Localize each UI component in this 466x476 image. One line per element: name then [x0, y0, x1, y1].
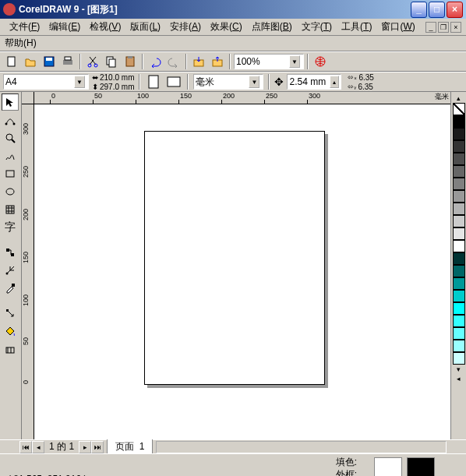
- color-swatch[interactable]: [453, 153, 465, 165]
- copy-button[interactable]: [103, 53, 120, 70]
- minimize-button[interactable]: _: [411, 2, 427, 18]
- canvas-area[interactable]: 毫米 050100150200250300 050100150200250300: [22, 92, 450, 439]
- eyedropper-tool[interactable]: [2, 280, 19, 297]
- nudge-spinner-icon[interactable]: ▴: [330, 76, 339, 88]
- color-swatch[interactable]: [453, 227, 465, 240]
- page-tab[interactable]: 页面 1: [107, 439, 153, 455]
- cut-button[interactable]: [84, 53, 101, 70]
- zoom-input[interactable]: [236, 55, 289, 68]
- menu-edit[interactable]: 编辑(E): [44, 19, 85, 35]
- svg-rect-8: [109, 59, 115, 67]
- portrait-button[interactable]: [145, 73, 162, 90]
- color-swatch[interactable]: [453, 240, 465, 252]
- color-swatch[interactable]: [453, 165, 465, 178]
- new-button[interactable]: [3, 53, 20, 70]
- landscape-button[interactable]: [165, 73, 182, 90]
- paste-button[interactable]: [122, 53, 139, 70]
- menu-arrange[interactable]: 安排(A): [165, 19, 206, 35]
- fill-tool[interactable]: [2, 323, 19, 340]
- import-button[interactable]: [190, 53, 207, 70]
- svg-point-17: [13, 123, 16, 125]
- zoom-combo[interactable]: ▼: [234, 54, 304, 69]
- open-button[interactable]: [22, 53, 39, 70]
- height-icon: ⬍: [92, 83, 98, 91]
- paper-input[interactable]: [5, 76, 74, 88]
- ellipse-tool[interactable]: [2, 183, 19, 200]
- paper-combo[interactable]: ▼: [3, 74, 89, 90]
- menu-help[interactable]: 帮助(H): [5, 37, 37, 50]
- paper-dropdown-icon[interactable]: ▼: [74, 76, 85, 88]
- internet-button[interactable]: [312, 53, 329, 70]
- shape-tool[interactable]: [2, 111, 19, 129]
- last-page-button[interactable]: ⏭: [91, 441, 104, 453]
- color-swatch[interactable]: [453, 315, 465, 327]
- interactive-fill-tool[interactable]: [2, 244, 19, 261]
- units-combo[interactable]: ▼: [193, 74, 263, 90]
- palette-up[interactable]: ▴: [451, 93, 466, 103]
- menu-view[interactable]: 检视(V): [85, 19, 125, 35]
- color-swatch[interactable]: [453, 140, 465, 153]
- svg-point-24: [6, 273, 9, 275]
- prev-page-button[interactable]: ◂: [32, 441, 44, 453]
- color-swatch[interactable]: [453, 178, 465, 190]
- color-swatch[interactable]: [453, 190, 465, 203]
- mdi-close[interactable]: ×: [450, 22, 461, 33]
- page[interactable]: [144, 131, 325, 385]
- pick-tool[interactable]: [2, 93, 19, 111]
- menu-bitmap[interactable]: 点阵图(B): [247, 19, 297, 35]
- save-button[interactable]: [41, 53, 58, 70]
- color-swatch[interactable]: [453, 252, 465, 265]
- print-button[interactable]: [59, 53, 76, 70]
- redo-button[interactable]: [165, 53, 182, 70]
- ruler-unit-label: 毫米: [435, 92, 449, 102]
- menu-tools[interactable]: 工具(T): [337, 19, 376, 35]
- hscrollbar[interactable]: [156, 441, 447, 453]
- ruler-origin[interactable]: [22, 92, 34, 104]
- color-swatch[interactable]: [453, 340, 465, 352]
- outline-tool[interactable]: [2, 305, 19, 322]
- no-color-swatch[interactable]: [453, 103, 465, 115]
- menu-effects[interactable]: 效果(C): [206, 19, 247, 35]
- palette-down[interactable]: ▾: [451, 365, 466, 374]
- outline-swatch[interactable]: [407, 457, 435, 476]
- menu-file[interactable]: 文件(F): [5, 19, 44, 35]
- ruler-vertical[interactable]: 050100150200250300: [22, 104, 34, 439]
- export-button[interactable]: [209, 53, 226, 70]
- zoom-dropdown-icon[interactable]: ▼: [289, 55, 300, 68]
- fill-swatch[interactable]: [374, 457, 402, 476]
- color-swatch[interactable]: [453, 302, 465, 315]
- menu-window[interactable]: 窗口(W): [376, 19, 419, 35]
- color-swatch[interactable]: [453, 290, 465, 302]
- nudge-combo[interactable]: ▴: [287, 74, 341, 90]
- undo-button[interactable]: [147, 53, 164, 70]
- rectangle-tool[interactable]: [2, 165, 19, 182]
- close-button[interactable]: ×: [447, 2, 463, 18]
- zoom-tool[interactable]: [2, 129, 19, 146]
- color-swatch[interactable]: [453, 215, 465, 227]
- units-dropdown-icon[interactable]: ▼: [249, 76, 259, 88]
- maximize-button[interactable]: □: [429, 2, 445, 18]
- color-swatch[interactable]: [453, 277, 465, 290]
- menu-text[interactable]: 文字(T): [297, 19, 337, 35]
- nudge-input[interactable]: [289, 76, 330, 88]
- polygon-tool[interactable]: [2, 201, 19, 218]
- color-swatch[interactable]: [453, 352, 465, 365]
- color-swatch[interactable]: [453, 203, 465, 215]
- canvas-view[interactable]: [34, 104, 450, 439]
- palette-flyout[interactable]: ◂: [451, 374, 466, 383]
- text-tool[interactable]: 字: [2, 219, 19, 236]
- freehand-tool[interactable]: [2, 147, 19, 164]
- next-page-button[interactable]: ▸: [79, 441, 91, 453]
- first-page-button[interactable]: ⏮: [19, 441, 32, 453]
- units-input[interactable]: [196, 76, 249, 88]
- menu-layout[interactable]: 版面(L): [125, 19, 165, 35]
- color-swatch[interactable]: [453, 128, 465, 140]
- mdi-minimize[interactable]: _: [425, 22, 436, 33]
- color-swatch[interactable]: [453, 265, 465, 277]
- ruler-horizontal[interactable]: 毫米 050100150200250300: [34, 92, 450, 104]
- mdi-restore[interactable]: ❐: [438, 22, 449, 33]
- interactive-transparency-tool[interactable]: [2, 262, 19, 279]
- color-swatch[interactable]: [453, 115, 465, 128]
- interactive-mesh-tool[interactable]: [2, 340, 19, 358]
- color-swatch[interactable]: [453, 327, 465, 340]
